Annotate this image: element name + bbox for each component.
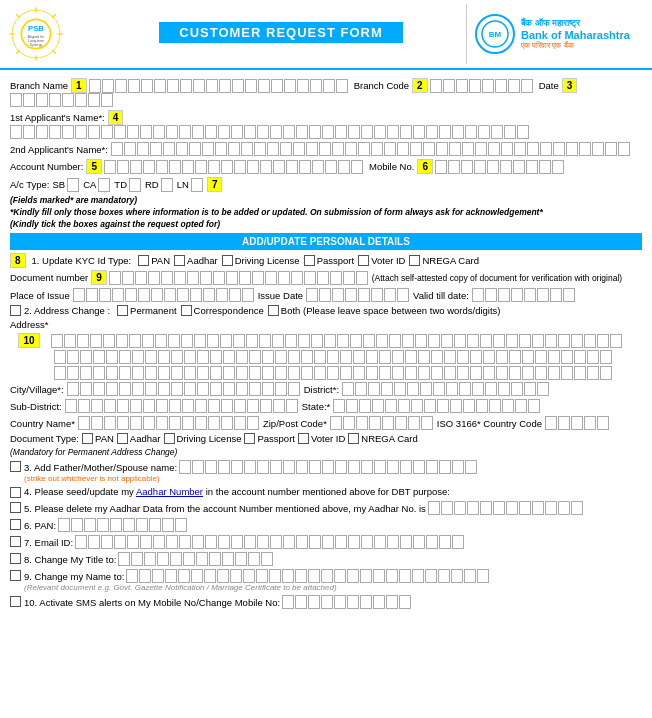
subdistrict-state-row: Sub-District: State:*: [10, 399, 642, 413]
kyc-driving[interactable]: Driving License: [222, 255, 300, 266]
ac-type-group: SB CA TD RD LN 7: [52, 177, 224, 192]
branch-code-label: Branch Code: [354, 80, 409, 91]
address-change-label: 2. Address Change :: [24, 305, 110, 316]
item10-row: 10. Activate SMS alerts on My Mobile No/…: [10, 595, 642, 609]
bank-name-english: Bank of Maharashtra: [521, 29, 630, 41]
ac-type-sb[interactable]: SB: [52, 178, 79, 192]
item10-checkbox[interactable]: [10, 596, 21, 607]
account-number-input[interactable]: [104, 160, 363, 174]
psb-logo-icon: PSB Aligned for Long-term Synergy: [6, 4, 66, 64]
doc-aadhar[interactable]: Aadhar: [117, 433, 161, 444]
date-label: Date: [539, 80, 559, 91]
addr-both[interactable]: Both (Please leave space between two wor…: [268, 305, 501, 316]
address-change-checkbox[interactable]: [10, 305, 21, 316]
item5-row: 5. Please delete my Aadhar Data from the…: [10, 501, 642, 515]
doc-driving[interactable]: Driving License: [164, 433, 242, 444]
item6-input[interactable]: [58, 518, 187, 532]
bank-emblem: BM: [480, 19, 510, 49]
item4-row: 4. Please seed/update my Aadhar Number i…: [10, 486, 642, 498]
item4-label: 4. Please seed/update my Aadhar Number i…: [24, 486, 450, 497]
item9-label: 9. Change my Name to:: [24, 571, 124, 582]
item5-checkbox[interactable]: [10, 502, 21, 513]
valid-till-input[interactable]: [472, 288, 575, 302]
svg-text:BM: BM: [489, 30, 502, 39]
item8-input[interactable]: [118, 552, 273, 566]
ac-type-rd[interactable]: RD: [145, 178, 173, 192]
state-label: State:*: [302, 401, 331, 412]
sub-district-input[interactable]: [65, 399, 298, 413]
item6-checkbox[interactable]: [10, 519, 21, 530]
item9-checkbox[interactable]: [10, 570, 21, 581]
doc-number-input[interactable]: [109, 271, 368, 285]
branch-name-label: Branch Name: [10, 80, 68, 91]
kyc-passport[interactable]: Passport: [304, 255, 355, 266]
badge-10: 10: [18, 333, 39, 348]
item7-input[interactable]: [75, 535, 464, 549]
date-input[interactable]: [10, 93, 113, 107]
mobile-no-input[interactable]: [435, 160, 564, 174]
badge-2: 2: [412, 78, 428, 93]
bank-name-hindi: बैंक ऑफ महाराष्ट्र: [521, 18, 630, 29]
iso-input[interactable]: [545, 416, 609, 430]
doc-passport[interactable]: Passport: [244, 433, 295, 444]
item4-checkbox[interactable]: [10, 487, 21, 498]
badge-4: 4: [108, 110, 124, 125]
kyc-row: 8 1. Update KYC Id Type: PAN Aadhar Driv…: [10, 253, 642, 268]
kyc-aadhar[interactable]: Aadhar: [174, 255, 218, 266]
country-name-input[interactable]: [78, 416, 259, 430]
issue-date-label: Issue Date: [258, 290, 303, 301]
iso-label: ISO 3166* Country Code: [437, 418, 542, 429]
account-mobile-row: Account Number: 5 Mobile No. 6: [10, 159, 642, 174]
item9-input[interactable]: [126, 569, 489, 583]
issue-row: Place of Issue Issue Date Valid till dat…: [10, 288, 642, 302]
item7-checkbox[interactable]: [10, 536, 21, 547]
badge-8: 8: [10, 253, 26, 268]
district-input[interactable]: [342, 382, 549, 396]
item5-input[interactable]: [428, 501, 583, 515]
item10-input[interactable]: [282, 595, 411, 609]
ac-type-row: A/c Type: SB CA TD RD LN 7: [10, 177, 642, 192]
mandatory-note-3: (Kindly tick the boxes against the reque…: [10, 219, 642, 229]
badge-9: 9: [91, 270, 107, 285]
branch-name-input[interactable]: [89, 79, 348, 93]
kyc-pan[interactable]: PAN: [138, 255, 170, 266]
address-line2-input[interactable]: [54, 350, 642, 364]
kyc-voter[interactable]: Voter ID: [358, 255, 405, 266]
branch-code-input[interactable]: [430, 79, 533, 93]
item3-input[interactable]: [179, 460, 477, 474]
item3-row: 3. Add Father/Mother/Spouse name: (strik…: [10, 460, 642, 483]
issue-date-input[interactable]: [306, 288, 409, 302]
mobile-no-label: Mobile No.: [369, 161, 414, 172]
applicant2-input[interactable]: [111, 142, 630, 156]
doc-voter[interactable]: Voter ID: [298, 433, 345, 444]
place-of-issue-input[interactable]: [73, 288, 254, 302]
doc-nrega[interactable]: NREGA Card: [348, 433, 418, 444]
zip-label: Zip/Post Code*: [263, 418, 327, 429]
doc-pan[interactable]: PAN: [82, 433, 114, 444]
mandatory-note-2: *Kindly fill only those boxes where info…: [10, 207, 642, 217]
applicant1-label: 1st Applicant's Name*:: [10, 112, 105, 123]
branch-name-row: Branch Name 1 Branch Code 2 Date 3: [10, 78, 642, 107]
ac-type-ca[interactable]: CA: [83, 178, 110, 192]
city-input[interactable]: [67, 382, 300, 396]
psb-logo-area: PSB Aligned for Long-term Synergy: [6, 4, 96, 64]
zip-input[interactable]: [330, 416, 433, 430]
applicant1-input[interactable]: [10, 125, 529, 139]
valid-till-label: Valid till date:: [413, 290, 469, 301]
addr-correspondence[interactable]: Correspondence: [181, 305, 264, 316]
kyc-nrega[interactable]: NREGA Card: [409, 255, 479, 266]
item3-checkbox[interactable]: [10, 461, 21, 472]
addr-permanent[interactable]: Permanent: [117, 305, 176, 316]
ac-type-ln[interactable]: LN: [177, 178, 203, 192]
item5-label: 5. Please delete my Aadhar Data from the…: [24, 503, 426, 514]
item6-label: 6. PAN:: [24, 520, 56, 531]
svg-line-5: [16, 14, 19, 17]
ac-type-td[interactable]: TD: [114, 178, 141, 192]
item9-note: (Relevant document e.g. Govt. Gazette No…: [24, 583, 489, 592]
account-number-label: Account Number:: [10, 161, 83, 172]
item10-label: 10. Activate SMS alerts on My Mobile No/…: [24, 597, 280, 608]
state-input[interactable]: [333, 399, 540, 413]
address-line1-input[interactable]: [51, 334, 622, 348]
address-line3-input[interactable]: [54, 366, 642, 380]
item8-checkbox[interactable]: [10, 553, 21, 564]
